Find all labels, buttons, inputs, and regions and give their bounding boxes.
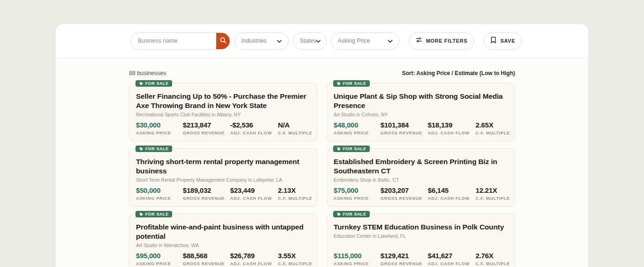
- listing-subtitle: Art Studio in Wenatchee, WA: [136, 242, 310, 248]
- stat-gross-revenue: $189,032 GROSS REVENUE: [183, 186, 230, 201]
- stat-adj-cash-flow: $18,139 ADJ. CASH FLOW: [428, 121, 476, 135]
- listing-card[interactable]: FOR SALE Established Embroidery & Screen…: [327, 148, 515, 207]
- stat-adj-cash-flow: $23,449 ADJ. CASH FLOW: [230, 186, 278, 201]
- stat-cf-multiple: 2.13X C.F. MULTIPLE: [278, 186, 312, 201]
- listing-card[interactable]: FOR SALE Turnkey STEM Education Business…: [327, 214, 515, 267]
- tag-icon: [337, 147, 341, 151]
- listing-card[interactable]: FOR SALE Seller Financing Up to 50% - Pu…: [129, 83, 317, 141]
- listing-subtitle: Short Term Rental Property Management Co…: [136, 177, 310, 183]
- stat-asking-price: $50,000 ASKING PRICE: [136, 186, 183, 201]
- stat-adj-cash-flow: $6,145 ADJ. CASH FLOW: [428, 186, 476, 201]
- listing-card[interactable]: FOR SALE Unique Plant & Sip Shop with St…: [327, 83, 515, 141]
- results-header: 88 businesses Sort: Asking Price / Estim…: [129, 58, 515, 79]
- stat-gross-revenue: $101,384 GROSS REVENUE: [380, 121, 428, 135]
- results-count: 88 businesses: [129, 70, 166, 76]
- more-filters-label: MORE FILTERS: [426, 38, 467, 44]
- listing-stats: $50,000 ASKING PRICE $189,032 GROSS REVE…: [136, 186, 310, 201]
- sort-control[interactable]: Sort: Asking Price / Estimate (Low to Hi…: [402, 70, 515, 76]
- stat-adj-cash-flow: $26,789 ADJ. CASH FLOW: [230, 252, 278, 266]
- save-search-button[interactable]: SAVE: [483, 32, 522, 50]
- page: Industries States Asking Price: [0, 0, 644, 267]
- stat-gross-revenue: $213,847 GROSS REVENUE: [183, 121, 230, 135]
- listing-subtitle: Education Center in Lakeland, FL: [334, 233, 508, 239]
- business-name-search: [130, 32, 230, 50]
- stat-asking-price: $48,000 ASKING PRICE: [334, 121, 380, 135]
- stat-gross-revenue: $203,207 GROSS REVENUE: [380, 186, 428, 201]
- for-sale-badge: FOR SALE: [135, 80, 172, 87]
- stat-cf-multiple: 3.55X C.F. MULTIPLE: [278, 252, 312, 266]
- listing-subtitle: Embroidery Shop in Baltic, CT: [334, 177, 508, 183]
- listing-title: Turnkey STEM Education Business in Polk …: [334, 222, 508, 232]
- listing-title: Thriving short-term rental property mana…: [136, 157, 310, 176]
- listing-subtitle: Recreational Sports Club Facilities in A…: [136, 112, 310, 117]
- more-filters-button[interactable]: MORE FILTERS: [409, 32, 474, 50]
- industries-dropdown-label: Industries: [241, 38, 266, 44]
- listings-grid: FOR SALE Seller Financing Up to 50% - Pu…: [129, 79, 515, 267]
- tag-icon: [139, 82, 143, 86]
- search-icon: [219, 37, 227, 45]
- search-button[interactable]: [216, 32, 230, 50]
- for-sale-badge: FOR SALE: [135, 211, 172, 217]
- stat-cf-multiple: 2.76X C.F. MULTIPLE: [476, 252, 510, 266]
- stat-asking-price: $95,000 ASKING PRICE: [136, 252, 183, 266]
- listing-stats: $48,000 ASKING PRICE $101,384 GROSS REVE…: [334, 121, 508, 135]
- chevron-down-icon: [277, 37, 282, 45]
- tag-icon: [139, 212, 143, 216]
- stat-gross-revenue: $88,568 GROSS REVENUE: [183, 252, 230, 266]
- stat-adj-cash-flow: -$2,536 ADJ. CASH FLOW: [230, 121, 278, 135]
- stat-cf-multiple: 12.21X C.F. MULTIPLE: [476, 186, 510, 201]
- for-sale-badge: FOR SALE: [135, 146, 172, 152]
- stat-cf-multiple: N/A C.F. MULTIPLE: [278, 121, 312, 135]
- tag-icon: [139, 147, 143, 151]
- tag-icon: [337, 212, 341, 216]
- listing-title: Seller Financing Up to 50% - Purchase th…: [136, 92, 310, 110]
- for-sale-badge: FOR SALE: [333, 211, 370, 217]
- listing-card[interactable]: FOR SALE Profitable wine-and-paint busin…: [129, 214, 317, 267]
- states-dropdown[interactable]: States: [293, 32, 327, 50]
- tag-icon: [337, 82, 341, 86]
- industries-dropdown[interactable]: Industries: [234, 32, 289, 50]
- listing-title: Established Embroidery & Screen Printing…: [334, 157, 508, 176]
- listing-card[interactable]: FOR SALE Thriving short-term rental prop…: [129, 148, 317, 207]
- listing-title: Unique Plant & Sip Shop with Strong Soci…: [334, 92, 508, 110]
- filter-bar: Industries States Asking Price: [56, 24, 588, 58]
- stat-asking-price: $115,000 ASKING PRICE: [334, 252, 380, 266]
- listing-title: Profitable wine-and-paint business with …: [136, 222, 310, 241]
- stat-gross-revenue: $129,421 GROSS REVENUE: [380, 252, 428, 266]
- asking-price-dropdown-label: Asking Price: [338, 38, 370, 44]
- stat-cf-multiple: 2.65X C.F. MULTIPLE: [476, 121, 510, 135]
- listing-subtitle: Art Studio in Cohoes, NY: [334, 112, 508, 117]
- stat-adj-cash-flow: $41,627 ADJ. CASH FLOW: [428, 252, 476, 266]
- results-content: 88 businesses Sort: Asking Price / Estim…: [129, 58, 515, 267]
- listing-stats: $115,000 ASKING PRICE $129,421 GROSS REV…: [334, 252, 508, 266]
- sliders-icon: [416, 37, 422, 45]
- states-dropdown-label: States: [300, 38, 316, 44]
- chevron-down-icon: [316, 37, 321, 45]
- for-sale-badge: FOR SALE: [333, 146, 370, 152]
- for-sale-badge: FOR SALE: [333, 80, 370, 87]
- listing-stats: $75,000 ASKING PRICE $203,207 GROSS REVE…: [334, 186, 508, 201]
- asking-price-dropdown[interactable]: Asking Price: [331, 32, 399, 50]
- stat-asking-price: $30,000 ASKING PRICE: [136, 121, 183, 135]
- listing-stats: $30,000 ASKING PRICE $213,847 GROSS REVE…: [136, 121, 310, 135]
- search-input[interactable]: [131, 33, 216, 49]
- main-container: Industries States Asking Price: [56, 24, 588, 267]
- save-label: SAVE: [500, 38, 515, 44]
- bookmark-icon: [490, 37, 496, 45]
- listing-stats: $95,000 ASKING PRICE $88,568 GROSS REVEN…: [136, 252, 310, 266]
- stat-asking-price: $75,000 ASKING PRICE: [334, 186, 380, 201]
- chevron-down-icon: [388, 37, 393, 45]
